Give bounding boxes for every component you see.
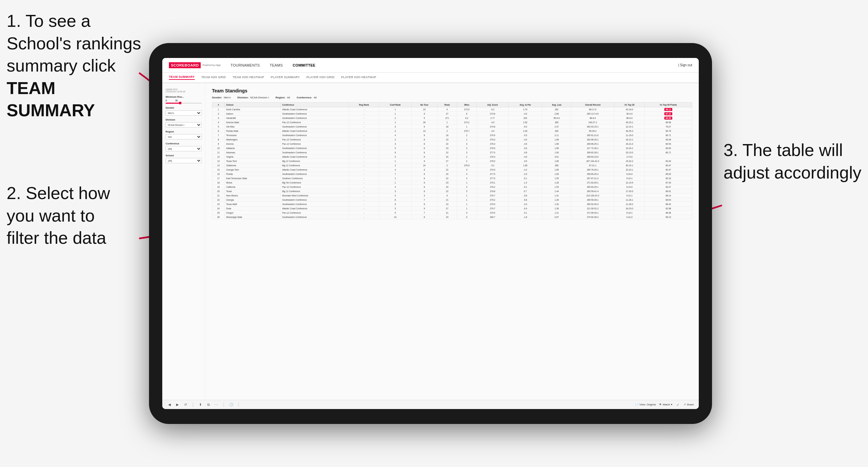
avg-low-cell: 0.97: [542, 215, 571, 219]
sign-out[interactable]: | Sign out: [678, 63, 692, 67]
overall-cell: 271 66-40-1: [571, 211, 614, 215]
vs-top25-cell: 11-28-1: [614, 198, 645, 202]
minimum-slider[interactable]: [165, 103, 202, 104]
instruction-2-text2: you want to: [7, 206, 95, 225]
subnav-team-h2h-heatmap[interactable]: TEAM H2H HEATMAP: [232, 75, 264, 80]
table-row[interactable]: 25 Oregon Pac-12 Conference - 5 7 21 0 2…: [212, 211, 692, 215]
gender-select[interactable]: Men's: [165, 110, 202, 116]
table-row[interactable]: 8 Washington Pac-12 Conference - 2 8 23 …: [212, 137, 692, 142]
table-row[interactable]: 7 Tennessee Southeastern Conference - 4 …: [212, 133, 692, 137]
rnds-cell: 21: [437, 198, 457, 202]
table-row[interactable]: 9 Arizona Pac-12 Conference - 3 8 22 3 2…: [212, 142, 692, 146]
subnav-player-summary[interactable]: PLAYER SUMMARY: [271, 75, 300, 80]
watch-btn[interactable]: 👁 Watch ▾: [659, 403, 672, 406]
division-select[interactable]: NCAA Division I: [165, 122, 202, 127]
table-row[interactable]: 3 Vanderbilt Southeastern Conference - 2…: [212, 116, 692, 120]
subnav-team-summary[interactable]: TEAM SUMMARY: [169, 75, 195, 80]
wins-cell: 2: [457, 159, 476, 163]
table-row[interactable]: 16 Florida Southeastern Conference - 7 9…: [212, 172, 692, 176]
col-reg-rank: Reg Rank: [349, 103, 379, 107]
col-avg-low: Avg. Low: [542, 103, 571, 107]
table-row[interactable]: 6 Florida State Atlantic Coast Conferenc…: [212, 129, 692, 133]
table-row[interactable]: 5 Ole Miss Southeastern Conference - 3 6…: [212, 125, 692, 129]
rank-cell: 12: [212, 155, 225, 159]
table-row[interactable]: 4 Arizona State Pac-12 Conference - 1 26…: [212, 120, 692, 125]
back-icon[interactable]: ◀: [167, 402, 172, 407]
table-row[interactable]: 18 Illinois Big Ten Conference - 1 8 23 …: [212, 181, 692, 185]
avg-par-cell: -3.6: [509, 146, 542, 150]
school-cell: Georgia: [225, 198, 281, 202]
no-tour-cell: 8: [411, 215, 437, 219]
adj-score-cell: 276.3: [476, 142, 509, 146]
table-row[interactable]: 19 California Pac-12 Conference - 4 8 24…: [212, 185, 692, 189]
avg-par-cell: 2.52: [509, 120, 542, 125]
nav-committee[interactable]: COMMITTEE: [293, 63, 316, 67]
table-row[interactable]: 21 New Mexico Mountain West Conference -…: [212, 193, 692, 198]
conference-select[interactable]: (All): [165, 146, 202, 151]
copy-icon[interactable]: ⧉: [206, 402, 211, 407]
adj-score-cell: -4.0: [476, 120, 509, 125]
school-cell: Texas: [225, 189, 281, 193]
conf-rank-cell: 3: [379, 189, 411, 193]
table-row[interactable]: 2 Auburn Southeastern Conference - 1 9 2…: [212, 112, 692, 116]
rank-cell: 6: [212, 129, 225, 133]
reg-rank-cell: -: [349, 142, 379, 146]
school-cell: New Mexico: [225, 193, 281, 198]
instruction-1: 1. To see a School's rankings summary cl…: [7, 10, 146, 122]
table-row[interactable]: 15 Georgia Tech Atlantic Coast Conferenc…: [212, 167, 692, 172]
wins-cell: 3: [457, 167, 476, 172]
subnav-player-h2h-heatmap[interactable]: PLAYER H2H HEATMAP: [341, 75, 376, 80]
subnav-player-h2h-grid[interactable]: PLAYER H2H GRID: [306, 75, 335, 80]
vs-top25-cell: 17-9-0: [614, 155, 645, 159]
table-row[interactable]: 10 Alabama Southeastern Conference - 5 8…: [212, 146, 692, 150]
avg-par-cell: -4.6: [509, 142, 542, 146]
conf-rank-cell: 8: [379, 198, 411, 202]
table-row[interactable]: 12 Virginia Atlantic Coast Conference - …: [212, 155, 692, 159]
avg-par-cell: -1.4: [509, 181, 542, 185]
conf-rank-cell: 4: [379, 167, 411, 172]
adj-score-cell: 277.0: [476, 150, 509, 155]
table-row[interactable]: 24 Duke Atlantic Coast Conference - 5 9 …: [212, 206, 692, 211]
table-row[interactable]: 14 Oklahoma Big 12 Conference - 2 24 2 2…: [212, 163, 692, 167]
conf-rank-cell: 8: [379, 150, 411, 155]
avg-par-cell: -4.0: [509, 112, 542, 116]
expand-icon[interactable]: ⤢: [676, 402, 680, 407]
reload-icon[interactable]: ↺: [183, 402, 188, 407]
region-select[interactable]: N/A: [165, 134, 202, 139]
nav-teams[interactable]: TEAMS: [270, 63, 282, 67]
view-original-btn[interactable]: 📄 View: Original: [635, 403, 656, 406]
avg-par-cell: -5.8: [509, 193, 542, 198]
school-cell: Texas A&M: [225, 202, 281, 206]
share-icon[interactable]: ⬆: [198, 402, 203, 407]
share-btn[interactable]: ↗ Share: [684, 403, 694, 406]
adj-score-cell: 2.77: [476, 116, 509, 120]
no-tour-cell: 9: [411, 159, 437, 163]
table-row[interactable]: 11 Arkansas Southeastern Conference - 8 …: [212, 150, 692, 155]
nav-tournaments[interactable]: TOURNAMENTS: [230, 63, 260, 67]
rnds-cell: 21: [437, 211, 457, 215]
school-select[interactable]: (All): [165, 158, 202, 163]
avg-low-cell: 3.01: [542, 155, 571, 159]
col-vs-top25: Vs Top 25: [614, 103, 645, 107]
wins-cell: 274.2: [457, 120, 476, 125]
filter-row: Gender: Men's Division: NCAA Division I …: [212, 96, 692, 99]
conf-rank-cell: 3: [379, 142, 411, 146]
table-row[interactable]: 17 East Tennessee State Southern Confere…: [212, 176, 692, 181]
overall-cell: 88-17-0: [571, 107, 614, 112]
table-row[interactable]: 1 North Carolina Atlantic Coast Conferen…: [212, 107, 692, 112]
forward-icon[interactable]: ▶: [175, 402, 180, 407]
more-icon[interactable]: ⋯: [214, 402, 219, 407]
table-row[interactable]: 26 Mississippi State Southeastern Confer…: [212, 215, 692, 219]
wins-cell: 1: [457, 155, 476, 159]
tablet-frame: SCOREBOARD Powered by clippi TOURNAMENTS…: [149, 43, 712, 424]
table-row[interactable]: 22 Georgia Southeastern Conference - 8 7…: [212, 198, 692, 202]
subnav-team-h2h-grid[interactable]: TEAM H2H GRID: [202, 75, 226, 80]
table-row[interactable]: 23 Texas A&M Southeastern Conference - 9…: [212, 202, 692, 206]
standings-table: # School Conference Reg Rank Conf Rank N…: [212, 102, 692, 219]
wins-cell: 1: [457, 181, 476, 185]
rank-cell: 17: [212, 176, 225, 181]
overall-cell: 95-29-2: [571, 129, 614, 133]
table-row[interactable]: 20 Texas Big 12 Conference - 3 8 22 5 27…: [212, 189, 692, 193]
table-row[interactable]: 13 Texas Tech Big 12 Conference - 1 9 27…: [212, 159, 692, 163]
conference-cell: Southeastern Conference: [281, 150, 349, 155]
